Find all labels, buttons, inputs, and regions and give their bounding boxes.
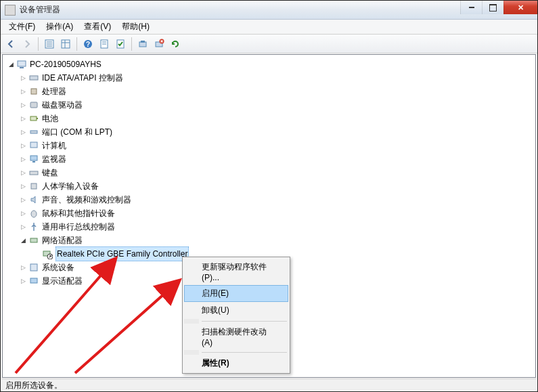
monitor-icon: [28, 154, 39, 165]
svg-rect-27: [30, 142, 37, 148]
tree-item-label: 显示适配器: [42, 274, 83, 288]
view-details-icon[interactable]: [58, 37, 73, 51]
tree-item-label: 声音、视频和游戏控制器: [42, 193, 131, 206]
forward-button[interactable]: [20, 37, 35, 51]
statusbar: 启用所选设备。: [1, 378, 537, 391]
window-controls: [460, 1, 537, 14]
svg-rect-37: [30, 278, 37, 283]
tree-root[interactable]: PC-20190509AYHS: [5, 58, 535, 71]
keyboard-icon: [28, 167, 39, 178]
tree-item-label: 系统设备: [42, 261, 74, 274]
menu-action[interactable]: 操作(A): [41, 20, 79, 34]
tree-item-keyboard[interactable]: 键盘: [5, 166, 535, 179]
expand-icon: [32, 250, 41, 258]
svg-rect-14: [141, 41, 145, 43]
menu-item-uninstall[interactable]: 卸载(U): [184, 302, 288, 319]
svg-rect-28: [30, 156, 37, 160]
tree-item-mouse[interactable]: 鼠标和其他指针设备: [5, 206, 535, 220]
menu-view[interactable]: 查看(V): [79, 20, 116, 34]
tree-item-monitor[interactable]: 监视器: [5, 152, 535, 166]
device-tree[interactable]: PC-20190509AYHS IDE ATA/ATAPI 控制器 处理器 磁盘…: [3, 55, 535, 290]
tree-item-label: 监视器: [42, 152, 66, 166]
tree-item-label: 键盘: [42, 166, 58, 179]
close-button[interactable]: [503, 1, 537, 14]
expand-icon[interactable]: [7, 60, 15, 68]
svg-rect-25: [37, 118, 38, 119]
expand-icon[interactable]: [19, 87, 27, 95]
titlebar: 设备管理器: [1, 1, 537, 20]
minimize-button[interactable]: [460, 1, 482, 14]
controller-icon: [28, 72, 39, 83]
tree-item-label: 计算机: [42, 139, 66, 152]
tree-item-disk[interactable]: 磁盘驱动器: [5, 98, 535, 112]
svg-rect-21: [30, 76, 38, 80]
disk-icon: [28, 100, 39, 110]
menu-file[interactable]: 文件(F): [3, 20, 41, 34]
tree-root-label: PC-20190509AYHS: [30, 58, 102, 71]
tree-item-processor[interactable]: 处理器: [5, 85, 535, 98]
scan-hardware-icon[interactable]: [135, 37, 150, 51]
pc-icon: [28, 140, 39, 151]
port-icon: [28, 127, 39, 137]
uninstall-icon[interactable]: [152, 37, 166, 51]
hid-icon: [28, 181, 39, 192]
sound-icon: [28, 194, 39, 205]
menu-item-scan-hardware[interactable]: 扫描检测硬件改动(A): [184, 324, 288, 350]
expand-icon[interactable]: [19, 74, 27, 82]
menu-item-enable[interactable]: 启用(E): [184, 285, 288, 302]
menu-item-update-driver[interactable]: 更新驱动程序软件(P)...: [184, 259, 288, 285]
display-adapter-icon: [28, 276, 39, 286]
help-icon[interactable]: ?: [81, 37, 95, 51]
expand-icon[interactable]: [19, 263, 27, 271]
maximize-button[interactable]: [482, 1, 503, 14]
expand-icon[interactable]: [19, 182, 27, 190]
expand-icon[interactable]: [19, 155, 27, 163]
mouse-icon: [28, 208, 39, 219]
svg-rect-30: [30, 171, 38, 175]
tree-item-label: 鼠标和其他指针设备: [42, 206, 115, 220]
tree-item-label: 电池: [42, 112, 58, 125]
expand-icon[interactable]: [19, 169, 27, 177]
expand-icon[interactable]: [19, 277, 27, 285]
view-list-icon[interactable]: [42, 37, 57, 51]
toolbar: ?: [1, 35, 537, 53]
tree-item-sound[interactable]: 声音、视频和游戏控制器: [5, 193, 535, 206]
menu-item-properties[interactable]: 属性(R): [184, 355, 288, 372]
expand-icon[interactable]: [19, 196, 27, 204]
context-menu-separator: [202, 321, 287, 322]
svg-rect-26: [30, 131, 37, 133]
svg-rect-4: [62, 40, 70, 48]
svg-rect-23: [30, 102, 37, 108]
expand-icon[interactable]: [19, 101, 27, 109]
toolbar-separator: [38, 37, 39, 51]
nic-disabled-icon: [42, 248, 53, 259]
enable-icon[interactable]: [113, 37, 128, 51]
tree-item-label: 处理器: [42, 85, 66, 98]
usb-icon: [28, 221, 39, 232]
tree-item-network[interactable]: 网络适配器: [5, 234, 535, 247]
expand-icon[interactable]: [19, 114, 27, 123]
expand-icon[interactable]: [19, 209, 27, 217]
tree-item-label: 网络适配器: [42, 234, 83, 247]
expand-icon[interactable]: [19, 223, 27, 231]
refresh-icon[interactable]: [168, 37, 183, 51]
menu-help[interactable]: 帮助(H): [116, 20, 155, 34]
properties-icon[interactable]: [97, 37, 112, 51]
toolbar-separator: [76, 37, 77, 51]
tree-item-ports[interactable]: 端口 (COM 和 LPT): [5, 125, 535, 139]
svg-rect-22: [31, 89, 37, 94]
expand-icon[interactable]: [19, 128, 27, 136]
svg-text:?: ?: [86, 41, 90, 48]
tree-item-hid[interactable]: 人体学输入设备: [5, 179, 535, 193]
expand-icon[interactable]: [19, 236, 27, 244]
tree-item-computer[interactable]: 计算机: [5, 139, 535, 152]
expand-icon[interactable]: [19, 141, 27, 150]
tree-item-label: IDE ATA/ATAPI 控制器: [42, 71, 123, 85]
back-button[interactable]: [3, 37, 18, 51]
svg-rect-19: [18, 61, 26, 66]
svg-rect-33: [30, 238, 37, 242]
tree-item-ide[interactable]: IDE ATA/ATAPI 控制器: [5, 71, 535, 85]
app-icon: [5, 5, 16, 16]
tree-item-usb[interactable]: 通用串行总线控制器: [5, 220, 535, 234]
tree-item-battery[interactable]: 电池: [5, 112, 535, 125]
